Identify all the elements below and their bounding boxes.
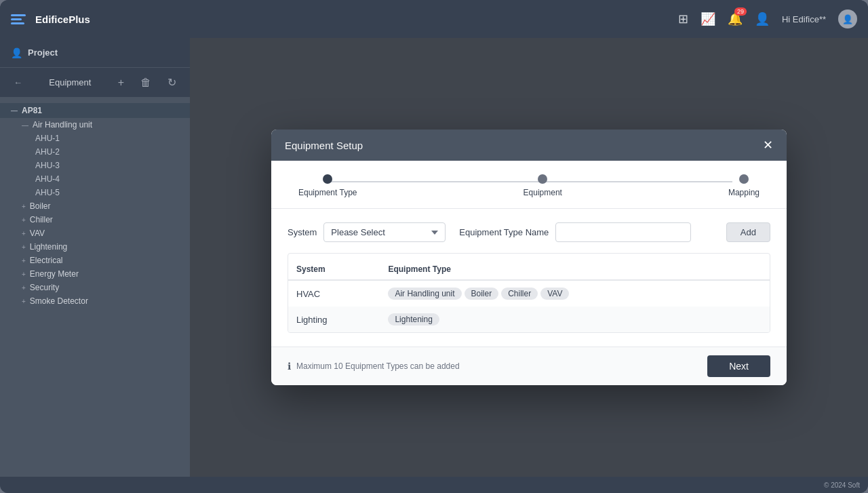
grid-icon[interactable]: ⊞ (678, 12, 688, 26)
table-cell-system: HVAC (288, 280, 380, 307)
system-label: System (288, 227, 317, 237)
eq-type-name-label: Equipment Type Name (459, 227, 549, 237)
step-equipment-type: Equipment Type (298, 174, 357, 197)
step-dot-1 (323, 174, 332, 184)
tree-group-smoke: + Smoke Detector (0, 294, 190, 308)
bell-icon[interactable]: 🔔 29 (728, 12, 743, 26)
step-label-1: Equipment Type (298, 188, 357, 197)
col-equipment-type: Equipment Type (380, 259, 770, 280)
delete-tree-button[interactable]: 🗑 (135, 74, 157, 92)
tree-group-electrical: + Electrical (0, 254, 190, 267)
sidebar-header: 👤 Project (0, 38, 190, 68)
footer-info-text: Maximum 10 Equipment Types can be added (296, 361, 460, 371)
tree-group-lightening: + Lightening (0, 240, 190, 254)
refresh-tree-button[interactable]: ↻ (162, 73, 182, 92)
step-label-3: Mapping (728, 188, 760, 197)
main-area: 👤 Project ← Equipment + 🗑 ↻ — AP81 — (0, 38, 868, 477)
back-button[interactable]: ← (8, 75, 28, 90)
info-icon: ℹ (288, 361, 291, 372)
equipment-table: System Equipment Type HVACAir Handling u… (288, 259, 770, 332)
notification-badge: 29 (734, 7, 747, 16)
table-row: LightingLightening (288, 307, 770, 332)
stepper: Equipment Type Equipment Mapping (271, 161, 787, 209)
next-button[interactable]: Next (707, 355, 770, 377)
tree-root-item[interactable]: — AP81 (0, 103, 190, 118)
table-cell-equipment-types: Air Handling unitBoilerChillerVAV (380, 280, 770, 307)
tree-leaf-ahu1[interactable]: AHU-1 (16, 132, 190, 145)
tree-leaf-ahu5[interactable]: AHU-5 (16, 186, 190, 199)
expand-icon: + (22, 216, 26, 224)
expand-icon: + (22, 230, 26, 237)
app-shell: EdificePlus ⊞ 📈 🔔 29 👤 Hi Edifice** 👤 👤 … (0, 0, 868, 493)
step-mapping: Mapping (728, 174, 760, 197)
eq-type-name-input[interactable] (555, 222, 691, 242)
equipment-table-wrapper: System Equipment Type HVACAir Handling u… (288, 253, 770, 333)
tree-group-energy-meter-label[interactable]: + Energy Meter (16, 267, 190, 281)
col-system: System (288, 259, 380, 280)
sidebar-tree: — AP81 — Air Handling unit AHU-1 AHU-2 A… (0, 98, 190, 313)
navbar: EdificePlus ⊞ 📈 🔔 29 👤 Hi Edifice** 👤 (0, 0, 868, 38)
system-select[interactable]: Please Select HVAC Lighting Electrical E… (323, 222, 446, 242)
tree-root-label: AP81 (22, 106, 42, 115)
equipment-type-tag: Lightening (388, 313, 439, 326)
expand-icon: + (22, 271, 26, 278)
modal-body: System Please Select HVAC Lighting Elect… (271, 209, 787, 347)
step-dot-2 (538, 174, 547, 184)
logo-icon (11, 9, 30, 28)
sidebar: 👤 Project ← Equipment + 🗑 ↻ — AP81 — (0, 38, 190, 477)
add-tree-button[interactable]: + (113, 74, 130, 92)
expand-icon: + (22, 203, 26, 210)
equipment-type-tag: Air Handling unit (388, 288, 461, 300)
navbar-icons: ⊞ 📈 🔔 29 👤 Hi Edifice** 👤 (678, 9, 857, 28)
equipment-type-tag: Boiler (465, 288, 499, 300)
step-equipment: Equipment (524, 174, 562, 197)
expand-icon: + (22, 298, 26, 305)
tree-leaf-ahu4[interactable]: AHU-4 (16, 172, 190, 186)
tree-group-vav: + VAV (0, 226, 190, 240)
table-row: HVACAir Handling unitBoilerChillerVAV (288, 280, 770, 307)
user-icon: 👤 (11, 47, 22, 58)
sidebar-project-label: Project (28, 47, 58, 58)
collapse-icon: — (11, 107, 18, 115)
equipment-type-tag: VAV (540, 288, 569, 300)
tree-group-smoke-label[interactable]: + Smoke Detector (16, 294, 190, 308)
modal-title: Equipment Setup (285, 140, 363, 151)
table-cell-system: Lighting (288, 307, 380, 332)
app-name: EdificePlus (35, 14, 90, 25)
app-logo: EdificePlus (11, 9, 90, 28)
tree-group-security: + Security (0, 281, 190, 294)
step-dot-3 (739, 174, 749, 184)
equipment-type-tag: Chiller (501, 288, 538, 300)
expand-icon: + (22, 284, 26, 292)
form-row: System Please Select HVAC Lighting Elect… (288, 222, 770, 242)
modal-header: Equipment Setup ✕ (271, 130, 787, 161)
tree-group-ahu-label[interactable]: — Air Handling unit (16, 118, 190, 132)
profile-icon[interactable]: 👤 (755, 12, 770, 26)
tree-group-chiller-label[interactable]: + Chiller (16, 213, 190, 226)
avatar[interactable]: 👤 (838, 9, 857, 28)
modal-close-button[interactable]: ✕ (763, 139, 773, 151)
tree-group-security-label[interactable]: + Security (16, 281, 190, 294)
footer-info: ℹ Maximum 10 Equipment Types can be adde… (288, 361, 460, 372)
tree-group-boiler-label[interactable]: + Boiler (16, 199, 190, 213)
expand-icon: + (22, 243, 26, 251)
tree-group-chiller: + Chiller (0, 213, 190, 226)
equipment-setup-modal: Equipment Setup ✕ Equipment Type Equipme… (271, 130, 787, 385)
chart-icon[interactable]: 📈 (701, 12, 715, 26)
tree-group-electrical-label[interactable]: + Electrical (16, 254, 190, 267)
tree-group-ahu: — Air Handling unit AHU-1 AHU-2 AHU-3 AH… (0, 118, 190, 199)
expand-icon: — (22, 121, 28, 129)
app-footer: © 2024 Soft (0, 477, 868, 493)
modal-overlay: Equipment Setup ✕ Equipment Type Equipme… (190, 38, 868, 477)
tree-group-boiler: + Boiler (0, 199, 190, 213)
sidebar-toolbar: ← Equipment + 🗑 ↻ (0, 68, 190, 98)
tree-group-vav-label[interactable]: + VAV (16, 226, 190, 240)
step-label-2: Equipment (524, 188, 562, 197)
tree-leaf-ahu3[interactable]: AHU-3 (16, 159, 190, 172)
system-form-group: System Please Select HVAC Lighting Elect… (288, 222, 446, 242)
add-button[interactable]: Add (726, 222, 770, 242)
tree-group-lightening-label[interactable]: + Lightening (16, 240, 190, 254)
eq-type-name-form-group: Equipment Type Name (459, 222, 691, 242)
tree-leaf-ahu2[interactable]: AHU-2 (16, 145, 190, 159)
tree-group-energy-meter: + Energy Meter (0, 267, 190, 281)
